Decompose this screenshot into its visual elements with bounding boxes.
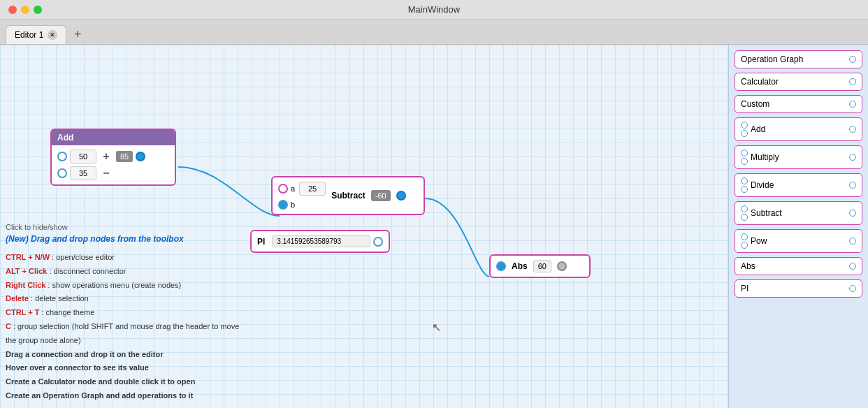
subtract-node-body: a b Subtract -60 bbox=[273, 177, 424, 214]
add-input2-connector[interactable] bbox=[57, 168, 67, 178]
toolbox-item-divide[interactable]: Divide bbox=[735, 173, 862, 197]
toolbox-item-add[interactable]: Add bbox=[735, 117, 862, 141]
tc-subtract-1 bbox=[741, 205, 748, 212]
abs-input-connector[interactable] bbox=[496, 261, 506, 271]
add-node: Add + 85 − bbox=[50, 129, 176, 186]
shortcut-right-click: Right Click : show operations menu (crea… bbox=[6, 279, 243, 293]
tc-pow-2 bbox=[741, 242, 748, 249]
toolbox-pair-subtract bbox=[741, 205, 748, 221]
subtract-node: a b Subtract -60 bbox=[271, 176, 425, 215]
add-output-connector[interactable] bbox=[136, 152, 145, 161]
toolbox-connector-pi bbox=[849, 285, 856, 292]
tc-divide-2 bbox=[741, 186, 748, 193]
subtract-input-a[interactable] bbox=[299, 182, 326, 196]
toolbox-connector-abs bbox=[849, 263, 856, 270]
subtract-b-connector[interactable] bbox=[278, 200, 288, 210]
toolbox-connector-operation-graph bbox=[849, 56, 856, 63]
tc-add-1 bbox=[741, 122, 748, 129]
abs-node-body: Abs 60 bbox=[491, 256, 589, 277]
toolbox-item-pow[interactable]: Pow bbox=[735, 229, 862, 253]
tip-hover: Hover over a connector to see its value bbox=[6, 361, 243, 375]
tc-multiply-1 bbox=[741, 150, 748, 156]
toolbox-label-operation-graph: Operation Graph bbox=[741, 54, 803, 64]
subtract-row-a: a bbox=[278, 182, 326, 196]
hide-show-label[interactable]: Click to hide/show bbox=[6, 223, 243, 231]
subtract-header-label: Subtract bbox=[331, 191, 366, 201]
abs-value: 60 bbox=[533, 260, 551, 272]
toolbox-label-pi: PI bbox=[741, 284, 748, 293]
tc-divide-1 bbox=[741, 177, 748, 184]
toolbox-pair-multiply bbox=[741, 150, 748, 165]
toolbox-label-abs: Abs bbox=[741, 261, 755, 271]
canvas[interactable]: Add + 85 − bbox=[0, 45, 728, 408]
toolbox-item-multiply[interactable]: Multiply bbox=[735, 145, 862, 169]
add-node-header: Add bbox=[52, 130, 175, 145]
toolbox-item-calculator[interactable]: Calculator bbox=[735, 73, 862, 91]
tab-close-button[interactable]: ✕ bbox=[48, 30, 57, 40]
tab-bar: Editor 1 ✕ + bbox=[0, 20, 868, 45]
toolbox-label-pow: Pow bbox=[751, 236, 767, 246]
tc-add-2 bbox=[741, 130, 748, 137]
toolbox: Operation Graph Calculator Custom Add bbox=[728, 45, 868, 408]
shortcuts-list: CTRL + N/W : open/close editor ALT + Cli… bbox=[6, 251, 243, 403]
pi-label: PI bbox=[257, 237, 265, 247]
shortcut-delete: Delete : delete selection bbox=[6, 292, 243, 306]
minimize-button[interactable] bbox=[21, 6, 29, 14]
toolbox-item-subtract[interactable]: Subtract bbox=[735, 201, 862, 225]
toolbox-label-divide: Divide bbox=[751, 180, 774, 190]
subtract-inputs: a b bbox=[278, 182, 326, 210]
toolbox-item-pi[interactable]: PI bbox=[735, 279, 862, 298]
add-input2[interactable] bbox=[70, 166, 96, 180]
pi-value: 3.141592653589793 bbox=[272, 235, 370, 247]
abs-header-label: Abs bbox=[512, 261, 528, 271]
toolbox-item-subtract-left: Subtract bbox=[741, 205, 782, 221]
toolbox-label-calculator: Calculator bbox=[741, 77, 779, 87]
toolbox-connector-multiply bbox=[849, 154, 856, 161]
toolbox-item-pow-left: Pow bbox=[741, 233, 767, 249]
close-button[interactable] bbox=[8, 6, 17, 14]
add-tab-button[interactable]: + bbox=[69, 26, 86, 43]
shortcut-c: C : group selection (hold SHIFT and mous… bbox=[6, 320, 243, 348]
subtract-output-val: -60 bbox=[371, 190, 391, 201]
abs-node: Abs 60 bbox=[489, 254, 591, 278]
tc-multiply-2 bbox=[741, 158, 748, 165]
tab-editor1[interactable]: Editor 1 ✕ bbox=[6, 25, 66, 44]
toolbox-label-custom: Custom bbox=[741, 99, 769, 109]
add-input1[interactable] bbox=[70, 150, 96, 163]
subtract-row-b: b bbox=[278, 200, 326, 210]
toolbox-connector-pow bbox=[849, 238, 856, 245]
pi-node-body: PI 3.141592653589793 bbox=[252, 231, 389, 252]
toolbox-label-subtract: Subtract bbox=[751, 208, 782, 218]
toolbox-label-add: Add bbox=[751, 124, 765, 134]
subtract-a-connector[interactable] bbox=[278, 184, 288, 194]
toolbox-pair-add bbox=[741, 122, 748, 137]
toolbox-item-divide-left: Divide bbox=[741, 177, 774, 193]
tip-operation-graph: Create an Operation Graph and add operat… bbox=[6, 389, 243, 403]
add-op2: − bbox=[99, 167, 113, 180]
shortcut-ctrl-t: CTRL + T : change theme bbox=[6, 306, 243, 320]
add-node-body: + 85 − bbox=[52, 145, 175, 184]
abs-output-connector[interactable] bbox=[557, 261, 567, 271]
toolbox-item-abs[interactable]: Abs bbox=[735, 257, 862, 275]
toolbox-item-multiply-left: Multiply bbox=[741, 150, 779, 165]
toolbox-connector-custom bbox=[849, 101, 856, 108]
add-output-val: 85 bbox=[116, 151, 133, 162]
subtract-output-connector[interactable] bbox=[396, 191, 406, 201]
toolbox-item-add-left: Add bbox=[741, 122, 765, 137]
tip-drag: Drag a connection and drop it on the edi… bbox=[6, 348, 243, 362]
pi-output-connector[interactable] bbox=[373, 237, 383, 247]
add-node-row1: + 85 bbox=[57, 150, 169, 163]
toolbox-item-operation-graph[interactable]: Operation Graph bbox=[735, 50, 862, 68]
toolbox-connector-add bbox=[849, 126, 856, 133]
shortcut-alt-click: ALT + Click : disconnect connector bbox=[6, 265, 243, 279]
add-input1-connector[interactable] bbox=[57, 152, 67, 161]
maximize-button[interactable] bbox=[34, 6, 42, 14]
toolbox-item-custom[interactable]: Custom bbox=[735, 95, 862, 113]
info-panel: Click to hide/show (New) Drag and drop n… bbox=[6, 223, 243, 403]
toolbox-connector-subtract bbox=[849, 210, 856, 217]
tab-label: Editor 1 bbox=[15, 30, 43, 40]
tc-subtract-2 bbox=[741, 214, 748, 221]
toolbox-connector-calculator bbox=[849, 78, 856, 85]
new-feature-label: (New) Drag and drop nodes from the toolb… bbox=[6, 234, 243, 244]
toolbox-pair-divide bbox=[741, 177, 748, 193]
